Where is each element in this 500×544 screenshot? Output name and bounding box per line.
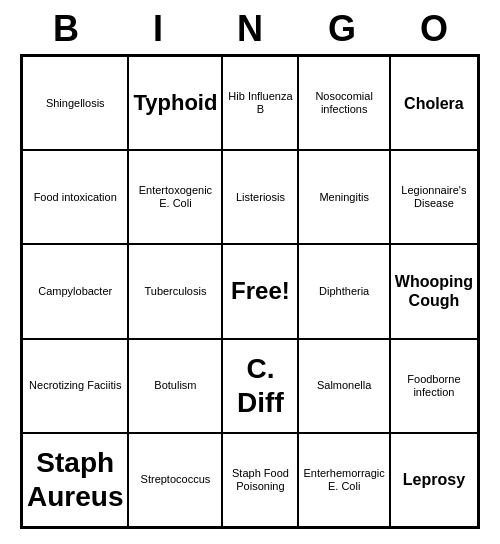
cell-2: Hib Influenza B [222,56,298,150]
cell-7: Listeriosis [222,150,298,244]
cell-13: Diphtheria [298,244,389,338]
cell-11: Tuberculosis [128,244,222,338]
cell-9: Legionnaire's Disease [390,150,478,244]
cell-14: Whooping Cough [390,244,478,338]
cell-17: C. Diff [222,339,298,433]
cell-19: Foodborne infection [390,339,478,433]
letter-o: O [394,8,474,50]
cell-8: Meningitis [298,150,389,244]
cell-10: Campylobacter [22,244,128,338]
letter-b: B [26,8,106,50]
cell-21: Streptococcus [128,433,222,527]
cell-5: Food intoxication [22,150,128,244]
cell-6: Entertoxogenic E. Coli [128,150,222,244]
cell-23: Enterhemorragic E. Coli [298,433,389,527]
letter-i: I [118,8,198,50]
letter-g: G [302,8,382,50]
cell-15: Necrotizing Faciitis [22,339,128,433]
cell-4: Cholera [390,56,478,150]
cell-16: Botulism [128,339,222,433]
cell-3: Nosocomial infections [298,56,389,150]
bingo-grid: Shingellosis Typhoid Hib Influenza B Nos… [20,54,480,529]
cell-22: Staph Food Poisoning [222,433,298,527]
cell-1: Typhoid [128,56,222,150]
cell-20: Staph Aureus [22,433,128,527]
cell-18: Salmonella [298,339,389,433]
cell-24: Leprosy [390,433,478,527]
cell-0: Shingellosis [22,56,128,150]
letter-n: N [210,8,290,50]
cell-free: Free! [222,244,298,338]
bingo-title: B I N G O [20,0,480,54]
